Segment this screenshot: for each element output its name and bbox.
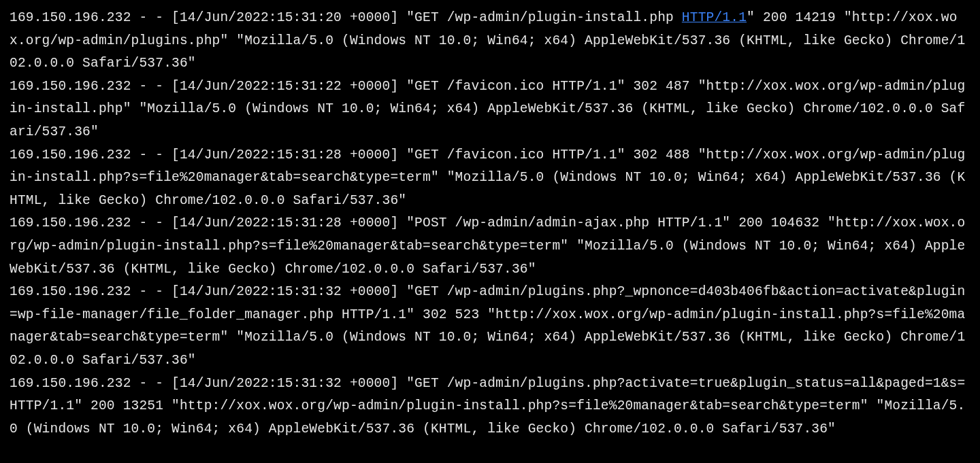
log-text-pre: 169.150.196.232 - - [14/Jun/2022:15:31:2… — [10, 10, 682, 25]
log-entry: 169.150.196.232 - - [14/Jun/2022:15:31:2… — [10, 10, 965, 71]
log-entry: 169.150.196.232 - - [14/Jun/2022:15:31:2… — [10, 79, 965, 139]
http-version-link[interactable]: HTTP/1.1 — [682, 10, 747, 25]
log-entry: 169.150.196.232 - - [14/Jun/2022:15:31:2… — [10, 216, 965, 276]
terminal-output[interactable]: 169.150.196.232 - - [14/Jun/2022:15:31:2… — [0, 0, 980, 463]
log-entry: 169.150.196.232 - - [14/Jun/2022:15:31:2… — [10, 148, 965, 208]
log-entry: 169.150.196.232 - - [14/Jun/2022:15:31:3… — [10, 376, 973, 436]
log-entry: 169.150.196.232 - - [14/Jun/2022:15:31:3… — [10, 284, 965, 368]
